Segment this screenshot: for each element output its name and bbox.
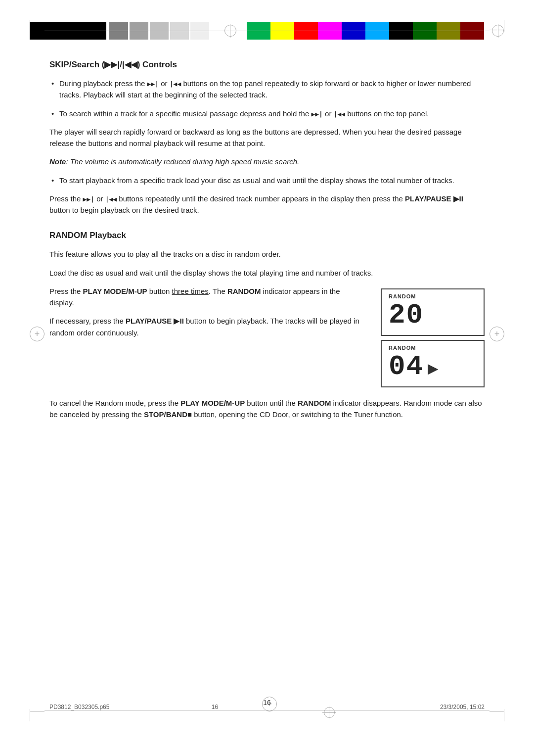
- footer-center: 16: [212, 704, 218, 721]
- skip-search-heading: SKIP/Search (▶▶|/|◀◀) Controls: [49, 59, 485, 70]
- crop-mark-bl-v: [30, 709, 30, 721]
- skip-search-bullet-list: During playback press the ▶▶| or |◀◀ but…: [49, 78, 485, 119]
- crosshair-right: [492, 22, 504, 40]
- random-heading: RANDOM Playback: [49, 231, 485, 240]
- main-content: SKIP/Search (▶▶|/|◀◀) Controls During pl…: [49, 59, 485, 427]
- lcd-number-1: 20: [389, 301, 477, 329]
- footer-crosshair: [320, 704, 338, 721]
- random-text-block: Press the PLAY MODE/M-UP button three ti…: [49, 285, 366, 345]
- random-section: RANDOM Playback This feature allows you …: [49, 231, 485, 420]
- random-para-4: If necessary, press the PLAY/PAUSE ▶II b…: [49, 315, 366, 338]
- top-rule-line: [44, 31, 490, 31]
- lcd-number-row-2: 04 ▶: [389, 353, 477, 380]
- footer-right: 23/3/2005, 15:02: [440, 704, 485, 721]
- skip-search-section: SKIP/Search (▶▶|/|◀◀) Controls During pl…: [49, 59, 485, 216]
- skip-search-bullet-list-2: To start playback from a specific track …: [49, 175, 485, 186]
- note-label: Note: [49, 157, 66, 166]
- play-icon: ▶: [428, 360, 439, 377]
- lcd-number-2: 04: [389, 353, 424, 380]
- lcd-display-2: RANDOM 04 ▶: [381, 340, 485, 387]
- lcd-label-2: RANDOM: [389, 345, 477, 351]
- crop-mark-br-h: [490, 711, 504, 711]
- footer-info-bar: PD3812_B032305.p65 16 23/3/2005, 15:02: [49, 704, 485, 721]
- registration-mark-left: [30, 327, 44, 341]
- search-para-2: Press the ▶▶| or |◀◀ buttons repeatedly …: [49, 193, 485, 216]
- search-para-1: The player will search rapidly forward o…: [49, 126, 485, 149]
- random-para-1: This feature allows you to play all the …: [49, 248, 485, 260]
- bullet-item-1: During playback press the ▶▶| or |◀◀ but…: [49, 78, 485, 101]
- random-para-2: Load the disc as usual and wait until th…: [49, 267, 485, 279]
- footer-left: PD3812_B032305.p65: [49, 704, 109, 721]
- random-para-5: To cancel the Random mode, press the PLA…: [49, 397, 485, 421]
- random-layout: Press the PLAY MODE/M-UP button three ti…: [49, 285, 485, 387]
- crop-mark-bl-h: [30, 711, 44, 711]
- registration-mark-right: [490, 327, 504, 341]
- lcd-display-1: RANDOM 20: [381, 288, 485, 336]
- bullet-item-3: To start playback from a specific track …: [49, 175, 485, 186]
- random-displays: RANDOM 20 RANDOM 04 ▶: [381, 288, 485, 387]
- crop-mark-br-v: [504, 709, 504, 721]
- note-paragraph: Note: The volume is automatically reduce…: [49, 156, 485, 167]
- lcd-label-1: RANDOM: [389, 293, 477, 299]
- random-para-3: Press the PLAY MODE/M-UP button three ti…: [49, 285, 366, 309]
- bullet-item-2: To search within a track for a specific …: [49, 108, 485, 119]
